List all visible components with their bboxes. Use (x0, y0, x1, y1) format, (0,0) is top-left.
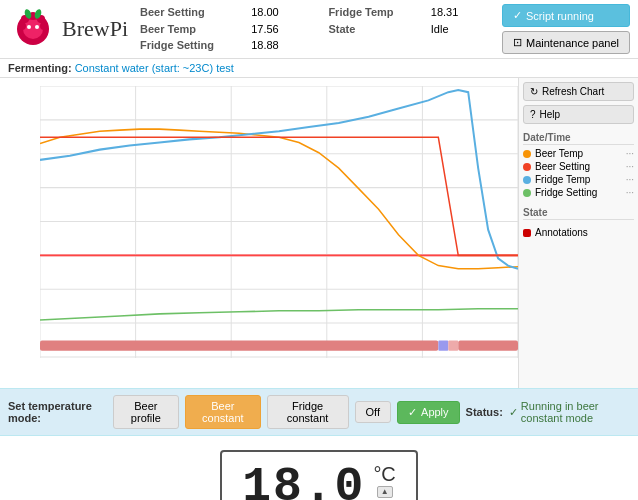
beer-setting-legend-label: Beer Setting (535, 161, 622, 172)
beer-setting-label: Beer Setting (140, 4, 245, 21)
fridge-temp-label: Fridge Temp (328, 4, 424, 21)
svg-point-9 (27, 25, 31, 29)
beer-temp-value: 17.56 (251, 21, 322, 38)
script-running-button[interactable]: ✓ Script running (502, 4, 630, 27)
status-value-text: Running in beer constant mode (521, 400, 630, 424)
fermenting-bar: Fermenting: Constant water (start: ~23C)… (0, 59, 638, 78)
refresh-chart-label: Refresh Chart (542, 86, 604, 97)
svg-point-10 (35, 25, 39, 29)
app-title: BrewPi (62, 16, 128, 42)
legend-fridge-temp[interactable]: Fridge Temp ··· (523, 173, 634, 186)
legend-beer-setting[interactable]: Beer Setting ··· (523, 160, 634, 173)
help-icon: ? (530, 109, 536, 120)
svg-rect-41 (40, 341, 438, 351)
fridge-temp-legend-label: Fridge Temp (535, 174, 622, 185)
svg-point-5 (18, 22, 26, 30)
fridge-temp-dot (523, 176, 531, 184)
beer-constant-button[interactable]: Beer constant (185, 395, 261, 429)
status-checkmark-icon: ✓ (509, 406, 518, 419)
temp-up-arrow[interactable]: ▲ (377, 486, 393, 498)
beer-temp-label: Beer Temp (140, 21, 245, 38)
fridge-setting-legend-dots: ··· (626, 187, 634, 198)
svg-rect-43 (448, 341, 458, 351)
set-temp-mode-label: Set temperature mode: (8, 400, 103, 424)
status-label: Status: (466, 406, 503, 418)
legend-annotations[interactable]: Annotations (523, 226, 634, 239)
help-label: Help (540, 109, 561, 120)
annotations-dot (523, 229, 531, 237)
beer-temp-dot (523, 150, 531, 158)
fridge-setting-dot (523, 189, 531, 197)
legend-fridge-setting[interactable]: Fridge Setting ··· (523, 186, 634, 199)
legend-beer-temp[interactable]: Beer Temp ··· (523, 147, 634, 160)
fridge-setting-value: 18.88 (251, 37, 322, 54)
datetime-section-title: Date/Time (523, 132, 634, 145)
apply-label: Apply (421, 406, 449, 418)
fridge-temp-value: 18.31 (431, 4, 502, 21)
fridge-setting-label: Fridge Setting (140, 37, 245, 54)
beer-temp-legend-label: Beer Temp (535, 148, 622, 159)
brewpi-logo (8, 9, 58, 49)
chart-sidebar: ↻ Refresh Chart ? Help Date/Time Beer Te… (518, 78, 638, 388)
svg-rect-44 (458, 341, 518, 351)
state-value: Idle (431, 21, 502, 38)
fridge-constant-button[interactable]: Fridge constant (267, 395, 349, 429)
beer-temp-legend-dots: ··· (626, 148, 634, 159)
state-section-title: State (523, 207, 634, 220)
script-running-label: Script running (526, 10, 594, 22)
state-section: State (523, 207, 634, 222)
off-button[interactable]: Off (355, 401, 391, 423)
header-stats: Beer Setting 18.00 Fridge Temp 18.31 Bee… (140, 4, 502, 54)
header-buttons: ✓ Script running ⊡ Maintenance panel (502, 4, 630, 54)
temp-reading: 18.0 (242, 460, 365, 500)
header: BrewPi Beer Setting 18.00 Fridge Temp 18… (0, 0, 638, 59)
fermenting-label: Fermenting: (8, 62, 72, 74)
checkmark-icon: ✓ (513, 9, 522, 22)
main-content: 20.5 20 19.5 19 18.5 18 17.5 17 08:30 09… (0, 78, 638, 388)
maintenance-panel-label: Maintenance panel (526, 37, 619, 49)
beer-setting-value: 18.00 (251, 4, 322, 21)
svg-rect-42 (438, 341, 448, 351)
maintenance-panel-button[interactable]: ⊡ Maintenance panel (502, 31, 630, 54)
beer-profile-button[interactable]: Beer profile (113, 395, 179, 429)
fermenting-link[interactable]: Constant water (start: ~23C) test (75, 62, 234, 74)
temperature-chart: 20.5 20 19.5 19 18.5 18 17.5 17 08:30 09… (40, 86, 518, 358)
apply-checkmark-icon: ✓ (408, 406, 417, 419)
state-label: State (328, 21, 424, 38)
fridge-setting-legend-label: Fridge Setting (535, 187, 622, 198)
datetime-section: Date/Time Beer Temp ··· Beer Setting ···… (523, 132, 634, 199)
refresh-chart-button[interactable]: ↻ Refresh Chart (523, 82, 634, 101)
stats-grid: Beer Setting 18.00 Fridge Temp 18.31 Bee… (140, 4, 502, 54)
fridge-temp-legend-dots: ··· (626, 174, 634, 185)
beer-setting-dot (523, 163, 531, 171)
help-button[interactable]: ? Help (523, 105, 634, 124)
chart-container: 20.5 20 19.5 19 18.5 18 17.5 17 08:30 09… (0, 78, 518, 388)
temp-mode-bar: Set temperature mode: Beer profile Beer … (0, 388, 638, 436)
panel-icon: ⊡ (513, 36, 522, 49)
apply-button[interactable]: ✓ Apply (397, 401, 460, 424)
annotations-legend-label: Annotations (535, 227, 634, 238)
temp-arrows: ▲ ▼ (377, 486, 393, 501)
svg-point-6 (40, 22, 48, 30)
logo-area: BrewPi (8, 9, 128, 49)
temp-box: 18.0 °C ▲ ▼ (220, 450, 418, 500)
status-value: ✓ Running in beer constant mode (509, 400, 630, 424)
temp-display: 18.0 °C ▲ ▼ (0, 436, 638, 500)
temp-unit: °C (373, 463, 395, 486)
refresh-icon: ↻ (530, 86, 538, 97)
status-area: Status: ✓ Running in beer constant mode (466, 400, 630, 424)
beer-setting-legend-dots: ··· (626, 161, 634, 172)
temp-unit-area: °C ▲ ▼ (373, 463, 395, 501)
